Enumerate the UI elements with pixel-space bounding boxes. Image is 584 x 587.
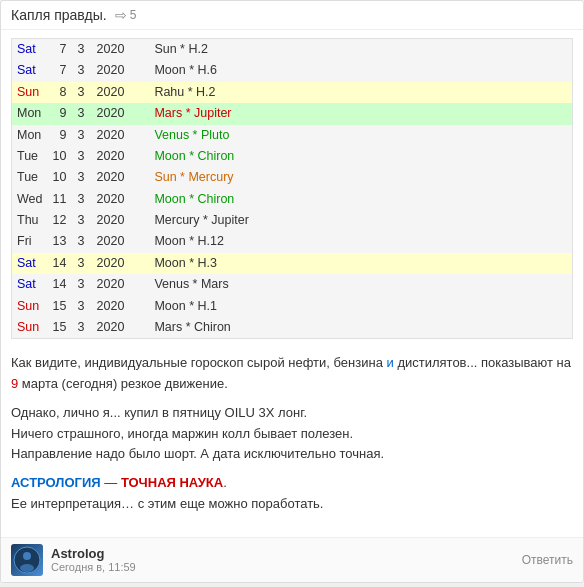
table-row: Wed 11 3 2020 Moon * Chiron	[12, 189, 572, 210]
svg-point-2	[20, 564, 34, 572]
cell-month: 3	[71, 253, 89, 274]
cell-event: Moon * Chiron	[149, 146, 572, 167]
table-row: Sun 15 3 2020 Moon * H.1	[12, 296, 572, 317]
post-card: Капля правды. ⇨ 5 Sat 7 3 2020 Sun * H.2…	[0, 0, 584, 583]
cell-month: 3	[71, 210, 89, 231]
author-section: Astrolog Сегодня в, 11:59	[11, 544, 136, 576]
cell-month: 3	[71, 167, 89, 188]
cell-event: Sun * H.2	[149, 39, 572, 60]
cell-year: 2020	[89, 146, 129, 167]
table-row: Mon 9 3 2020 Mars * Jupiter	[12, 103, 572, 124]
cell-day-num: 7	[47, 60, 71, 81]
cell-event: Moon * H.3	[149, 253, 572, 274]
astro-table-container: Sat 7 3 2020 Sun * H.2 Sat 7 3 2020 Moon…	[11, 38, 573, 339]
astro-dash: —	[101, 475, 121, 490]
cell-spacer	[129, 274, 149, 295]
cell-month: 3	[71, 296, 89, 317]
table-row: Sun 8 3 2020 Rahu * H.2	[12, 82, 572, 103]
cell-day: Sat	[12, 60, 47, 81]
cell-spacer	[129, 296, 149, 317]
reply-button[interactable]: Ответить	[522, 553, 573, 567]
cell-event: Mercury * Jupiter	[149, 210, 572, 231]
table-row: Sat 14 3 2020 Venus * Mars	[12, 274, 572, 295]
card-body: Sat 7 3 2020 Sun * H.2 Sat 7 3 2020 Moon…	[1, 30, 583, 537]
cell-day: Sat	[12, 253, 47, 274]
cell-day: Tue	[12, 146, 47, 167]
cell-year: 2020	[89, 317, 129, 338]
cell-day: Mon	[12, 125, 47, 146]
author-info: Astrolog Сегодня в, 11:59	[51, 546, 136, 573]
cell-day-num: 10	[47, 167, 71, 188]
comment-count: ⇨ 5	[115, 7, 137, 23]
table-row: Sat 7 3 2020 Sun * H.2	[12, 39, 572, 60]
para1-date: 9	[11, 376, 18, 391]
cell-year: 2020	[89, 253, 129, 274]
cell-spacer	[129, 146, 149, 167]
cell-year: 2020	[89, 274, 129, 295]
cell-event: Moon * H.12	[149, 231, 572, 252]
cell-spacer	[129, 167, 149, 188]
cell-month: 3	[71, 39, 89, 60]
cell-day-num: 14	[47, 274, 71, 295]
table-row: Thu 12 3 2020 Mercury * Jupiter	[12, 210, 572, 231]
post-footer: Astrolog Сегодня в, 11:59 Ответить	[1, 537, 583, 582]
comment-bubble-icon: ⇨	[115, 7, 127, 23]
para1-link[interactable]: и	[387, 355, 394, 370]
cell-month: 3	[71, 103, 89, 124]
cell-day-num: 13	[47, 231, 71, 252]
cell-day: Fri	[12, 231, 47, 252]
cell-day-num: 8	[47, 82, 71, 103]
astro-statement: АСТРОЛОГИЯ — ТОЧНАЯ НАУКА. Ее интерпрета…	[11, 473, 573, 515]
cell-day: Wed	[12, 189, 47, 210]
para2-line1: Однако, лично я... купил в пятницу OILU …	[11, 405, 307, 420]
astro-title: АСТРОЛОГИЯ — ТОЧНАЯ НАУКА.	[11, 475, 227, 490]
cell-day-num: 12	[47, 210, 71, 231]
author-name: Astrolog	[51, 546, 136, 561]
cell-spacer	[129, 82, 149, 103]
cell-day: Tue	[12, 167, 47, 188]
cell-event: Sun * Mercury	[149, 167, 572, 188]
astro-exact: ТОЧНАЯ НАУКА	[121, 475, 223, 490]
cell-event: Moon * H.6	[149, 60, 572, 81]
cell-month: 3	[71, 146, 89, 167]
table-row: Tue 10 3 2020 Sun * Mercury	[12, 167, 572, 188]
cell-month: 3	[71, 317, 89, 338]
cell-event: Venus * Mars	[149, 274, 572, 295]
cell-day-num: 7	[47, 39, 71, 60]
table-row: Sun 15 3 2020 Mars * Chiron	[12, 317, 572, 338]
cell-year: 2020	[89, 296, 129, 317]
astro-table: Sat 7 3 2020 Sun * H.2 Sat 7 3 2020 Moon…	[12, 39, 572, 338]
cell-event: Venus * Pluto	[149, 125, 572, 146]
cell-spacer	[129, 253, 149, 274]
cell-day: Mon	[12, 103, 47, 124]
cell-event: Mars * Jupiter	[149, 103, 572, 124]
para1-pre: Как видите, индивидуальные гороскоп сыро…	[11, 355, 383, 370]
cell-year: 2020	[89, 167, 129, 188]
cell-day: Sun	[12, 296, 47, 317]
cell-day: Sun	[12, 317, 47, 338]
cell-month: 3	[71, 274, 89, 295]
cell-spacer	[129, 231, 149, 252]
author-time: Сегодня в, 11:59	[51, 561, 136, 573]
cell-year: 2020	[89, 39, 129, 60]
table-row: Mon 9 3 2020 Venus * Pluto	[12, 125, 572, 146]
cell-year: 2020	[89, 125, 129, 146]
para1-rest: марта (сегодня) резкое движение.	[22, 376, 228, 391]
cell-month: 3	[71, 125, 89, 146]
cell-year: 2020	[89, 189, 129, 210]
cell-day-num: 10	[47, 146, 71, 167]
cell-event: Rahu * H.2	[149, 82, 572, 103]
para2-line3: Направление надо было шорт. А дата исклю…	[11, 446, 384, 461]
avatar-image	[11, 544, 43, 576]
cell-year: 2020	[89, 231, 129, 252]
cell-day: Sat	[12, 39, 47, 60]
card-title: Капля правды.	[11, 7, 107, 23]
cell-day-num: 9	[47, 125, 71, 146]
astro-sub: Ее интерпретация… с этим еще можно пораб…	[11, 496, 323, 511]
para1-post: дистилятов... показывают на	[397, 355, 571, 370]
para2-line2: Ничего страшного, иногда маржин колл быв…	[11, 426, 353, 441]
table-row: Tue 10 3 2020 Moon * Chiron	[12, 146, 572, 167]
paragraph-1: Как видите, индивидуальные гороскоп сыро…	[11, 353, 573, 395]
cell-spacer	[129, 39, 149, 60]
cell-day: Sat	[12, 274, 47, 295]
